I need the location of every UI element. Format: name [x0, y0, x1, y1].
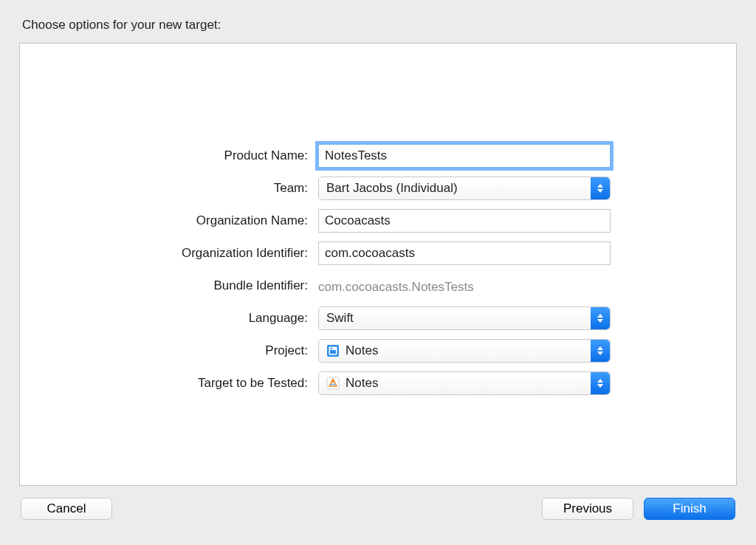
project-select-value: Notes [346, 343, 378, 358]
org-identifier-label: Organization Identifier: [20, 246, 308, 261]
target-label: Target to be Tested: [20, 376, 308, 391]
xcode-project-icon [326, 344, 340, 357]
stepper-icon [591, 340, 610, 362]
language-label: Language: [20, 311, 308, 326]
target-select-value: Notes [346, 376, 378, 391]
options-panel: Product Name: Team: Bart Jacobs (Individ… [19, 43, 737, 486]
org-name-label: Organization Name: [20, 213, 308, 228]
language-select[interactable]: Swift [318, 306, 611, 330]
bundle-identifier-value: com.cocoacasts.NotesTests [318, 274, 611, 298]
project-label: Project: [20, 343, 308, 358]
cancel-button[interactable]: Cancel [21, 498, 112, 520]
svg-point-3 [331, 348, 333, 350]
stepper-icon [591, 372, 610, 394]
language-select-value: Swift [326, 311, 354, 326]
product-name-label: Product Name: [20, 148, 308, 163]
team-select[interactable]: Bart Jacobs (Individual) [318, 176, 611, 200]
bundle-identifier-label: Bundle Identifier: [20, 278, 308, 293]
product-name-input[interactable] [318, 144, 611, 168]
app-target-icon [326, 377, 340, 390]
org-name-input[interactable] [318, 209, 611, 233]
project-select[interactable]: Notes [318, 339, 611, 363]
team-label: Team: [20, 181, 308, 196]
svg-rect-2 [330, 350, 336, 354]
footer-bar: Cancel Previous Finish [19, 498, 737, 520]
stepper-icon [591, 177, 610, 199]
options-form: Product Name: Team: Bart Jacobs (Individ… [20, 144, 736, 395]
svg-point-5 [332, 381, 334, 383]
page-title: Choose options for your new target: [22, 18, 737, 32]
target-select[interactable]: Notes [318, 371, 611, 395]
team-select-value: Bart Jacobs (Individual) [326, 181, 458, 196]
finish-button[interactable]: Finish [644, 498, 735, 520]
previous-button[interactable]: Previous [542, 498, 633, 520]
stepper-icon [591, 307, 610, 329]
org-identifier-input[interactable] [318, 241, 611, 265]
